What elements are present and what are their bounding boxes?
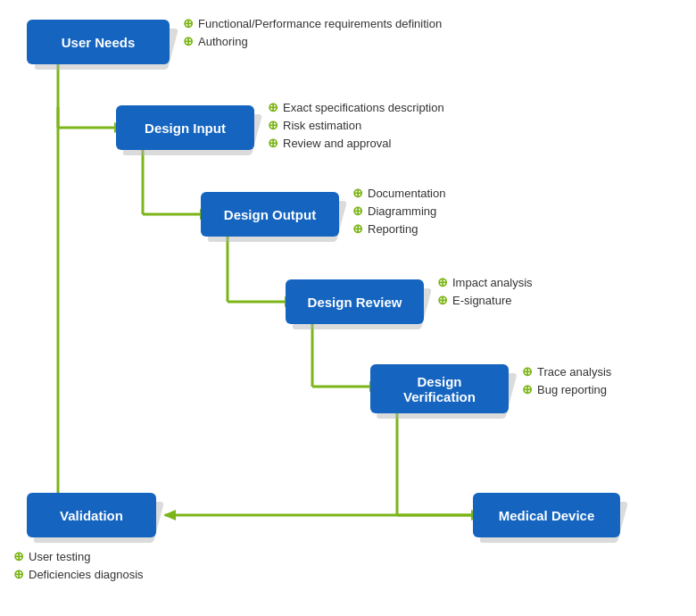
medical-device-box: Medical Device xyxy=(473,493,620,537)
design-output-box: Design Output xyxy=(201,192,339,237)
feat-icon: ⊕ xyxy=(352,221,363,236)
user-needs-box: User Needs xyxy=(27,20,170,64)
feat-icon: ⊕ xyxy=(352,204,363,218)
feature-item: ⊕Documentation xyxy=(352,186,445,200)
design-verification-features: ⊕Trace analysis ⊕Bug reporting xyxy=(522,364,611,400)
design-output-label: Design Output xyxy=(224,207,316,222)
feature-item: ⊕Review and approval xyxy=(268,136,444,150)
feature-item: ⊕Deficiencies diagnosis xyxy=(13,567,144,581)
design-output-features: ⊕Documentation ⊕Diagramming ⊕Reporting xyxy=(352,186,445,239)
design-input-label: Design Input xyxy=(145,121,226,136)
feature-item: ⊕Risk estimation xyxy=(268,118,444,132)
feat-icon: ⊕ xyxy=(352,186,363,200)
user-needs-label: User Needs xyxy=(62,35,136,50)
feature-item: ⊕Reporting xyxy=(352,221,445,236)
feat-icon: ⊕ xyxy=(183,34,194,48)
validation-label: Validation xyxy=(60,508,123,523)
feat-icon: ⊕ xyxy=(268,100,278,114)
feat-icon: ⊕ xyxy=(13,567,24,581)
feature-item: ⊕Trace analysis xyxy=(522,364,611,379)
validation-features: ⊕User testing ⊕Deficiencies diagnosis xyxy=(13,549,144,585)
design-review-box: Design Review xyxy=(286,279,424,324)
feat-icon: ⊕ xyxy=(522,364,533,379)
feature-item: ⊕Authoring xyxy=(183,34,442,48)
feat-icon: ⊕ xyxy=(13,549,24,563)
design-verification-box: DesignVerification xyxy=(370,364,509,413)
design-review-label: Design Review xyxy=(308,295,402,310)
feature-item: ⊕Functional/Performance requirements def… xyxy=(183,16,442,30)
design-input-box: Design Input xyxy=(116,105,254,150)
design-review-features: ⊕Impact analysis ⊕E-signature xyxy=(437,275,533,311)
feature-item: ⊕User testing xyxy=(13,549,144,563)
svg-marker-18 xyxy=(163,510,176,520)
feature-item: ⊕Bug reporting xyxy=(522,382,611,396)
feat-icon: ⊕ xyxy=(437,293,448,307)
feature-item: ⊕Impact analysis xyxy=(437,275,533,289)
feature-item: ⊕E-signature xyxy=(437,293,533,307)
feat-icon: ⊕ xyxy=(183,16,194,30)
validation-box: Validation xyxy=(27,493,156,537)
feat-icon: ⊕ xyxy=(437,275,448,289)
feature-item: ⊕Diagramming xyxy=(352,204,445,218)
feat-icon: ⊕ xyxy=(268,118,278,132)
feat-icon: ⊕ xyxy=(522,382,533,396)
design-verification-label: DesignVerification xyxy=(403,374,476,404)
feat-icon: ⊕ xyxy=(268,136,278,150)
user-needs-features: ⊕Functional/Performance requirements def… xyxy=(183,16,442,52)
diagram: User Needs Design Input Design Output De… xyxy=(0,0,696,616)
feature-item: ⊕Exact specifications description xyxy=(268,100,444,114)
medical-device-label: Medical Device xyxy=(499,508,595,523)
design-input-features: ⊕Exact specifications description ⊕Risk … xyxy=(268,100,444,154)
